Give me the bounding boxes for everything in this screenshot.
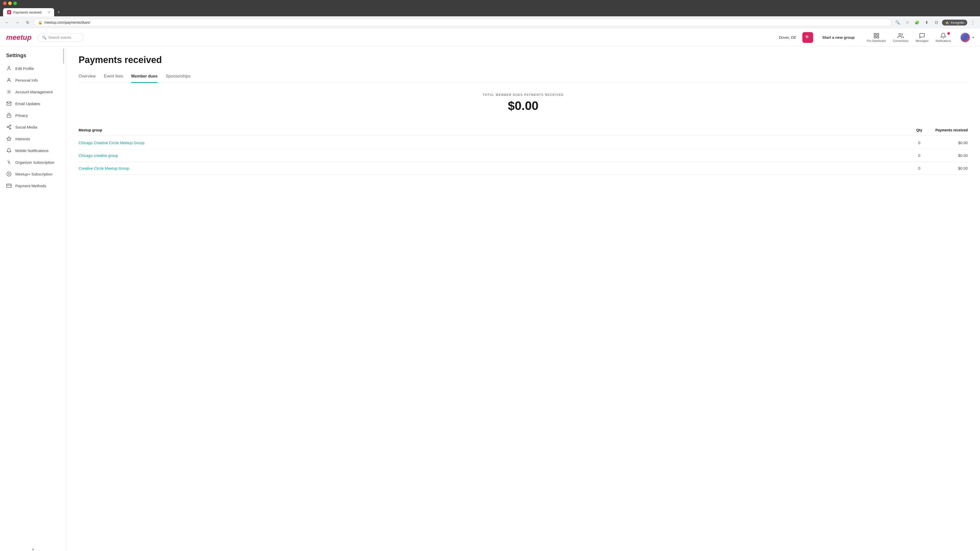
meetup-logo[interactable]: meetup — [6, 33, 32, 41]
start-group-button[interactable]: Start a new group — [819, 33, 858, 41]
avatar-image: 👤 — [961, 33, 970, 42]
qty-val-2: 0 — [909, 166, 929, 170]
payments-val-1: $0.00 — [929, 153, 968, 158]
interests-icon — [6, 136, 12, 141]
account-management-label: Account Management — [15, 90, 52, 94]
search-btn-icon: 🔍 — [805, 35, 810, 40]
svg-rect-19 — [6, 184, 11, 187]
mobile-notifications-label: Mobile Notifications — [15, 148, 48, 153]
sidebar-item-mobile-notifications[interactable]: Mobile Notifications — [0, 144, 66, 156]
table-header: Meetup group Qty Payments received — [79, 125, 968, 135]
sidebar-item-privacy[interactable]: Privacy — [0, 110, 66, 121]
payments-val-2: $0.00 — [929, 166, 968, 170]
edit-profile-label: Edit Profile — [15, 66, 34, 71]
site-header: meetup 🔍 Search events Dover, DE 🔍 Start… — [0, 29, 980, 46]
sidebar-item-edit-profile[interactable]: Edit Profile — [0, 62, 66, 74]
location-display[interactable]: Dover, DE — [779, 35, 796, 40]
payment-methods-icon — [6, 183, 12, 189]
social-media-icon — [6, 124, 12, 130]
tab-member-dues[interactable]: Member dues — [131, 71, 158, 83]
svg-point-15 — [8, 162, 10, 163]
address-url: meetup.com/payments/dues/ — [45, 21, 90, 24]
tabs-container: Overview Event fees Member dues Sponsors… — [79, 71, 968, 83]
bookmark-button[interactable]: ☆ — [903, 18, 912, 27]
pro-dashboard-icon — [873, 33, 880, 39]
group-link-0[interactable]: Chicago Creative Circle Meetup Group — [79, 141, 909, 145]
toolbar-right: 🔍 ☆ 🧩 ⬇ ⊡ 🕵️ Incognito ⋮ — [894, 18, 977, 27]
account-management-icon — [6, 89, 12, 95]
col-header-payments: Payments received — [929, 128, 968, 132]
sidebar-item-meetup-plus[interactable]: Meetup+ Subscription — [0, 168, 66, 180]
sidebar-item-organizer-subscription[interactable]: Organizer Subscription — [0, 156, 66, 168]
forward-button[interactable]: → — [13, 18, 21, 27]
tab-event-fees[interactable]: Event fees — [104, 71, 123, 83]
sidebar-item-email-updates[interactable]: Email Updates — [0, 98, 66, 110]
meetup-plus-icon — [6, 171, 12, 177]
address-bar[interactable]: 🔒 meetup.com/payments/dues/ — [34, 19, 891, 26]
privacy-icon — [6, 113, 12, 118]
main-content: Settings Edit Profile Persona — [0, 46, 980, 551]
tab-close-button[interactable]: × — [48, 11, 50, 14]
group-link-1[interactable]: Chicago creative group — [79, 153, 909, 158]
page-title: Payments received — [79, 55, 968, 65]
settings-sidebar: Settings Edit Profile Persona — [0, 46, 66, 551]
sidebar-item-personal-info[interactable]: Personal Info — [0, 74, 66, 86]
search-toolbar-button[interactable]: 🔍 — [894, 18, 902, 27]
payments-table: Meetup group Qty Payments received Chica… — [79, 125, 968, 175]
window-minimize-button[interactable] — [8, 2, 12, 5]
stats-label: TOTAL MEMBER DUES PAYMENTS RECEIVED — [79, 93, 968, 97]
search-button[interactable]: 🔍 — [802, 32, 813, 43]
qty-val-1: 0 — [909, 153, 929, 158]
reload-button[interactable]: ↻ — [24, 18, 32, 27]
download-button[interactable]: ⬇ — [923, 18, 931, 27]
svg-rect-1 — [877, 33, 879, 35]
notifications-label: Notifications — [935, 39, 951, 42]
group-link-2[interactable]: Creative Circle Meetup Group — [79, 166, 909, 170]
search-icon: 🔍 — [42, 35, 46, 40]
browser-menu-button[interactable]: ⋮ — [969, 18, 977, 27]
sidebar-item-account-management[interactable]: Account Management — [0, 86, 66, 98]
table-row: Creative Circle Meetup Group 0 $0.00 — [79, 162, 968, 175]
user-avatar[interactable]: 👤 — [960, 32, 970, 43]
notification-dot — [947, 32, 950, 35]
svg-point-10 — [7, 127, 8, 128]
browser-chrome: M Payments received × + ← → ↻ 🔒 meetup.c… — [0, 0, 980, 29]
tab-sponsorships[interactable]: Sponsorships — [165, 71, 190, 83]
split-view-button[interactable]: ⊡ — [932, 18, 940, 27]
nav-messages[interactable]: Messages — [913, 31, 932, 44]
edit-profile-icon — [6, 65, 12, 71]
page-main-content: Payments received Overview Event fees Me… — [66, 46, 980, 551]
svg-line-12 — [8, 127, 10, 128]
svg-point-6 — [8, 78, 10, 80]
sidebar-item-payment-methods[interactable]: Payment Methods — [0, 180, 66, 192]
messages-label: Messages — [916, 39, 928, 42]
tab-overview[interactable]: Overview — [79, 71, 96, 83]
nav-pro-dashboard[interactable]: Pro Dashboard — [864, 31, 889, 44]
new-tab-button[interactable]: + — [55, 9, 62, 16]
active-tab[interactable]: M Payments received × — [3, 8, 54, 16]
window-maximize-button[interactable] — [13, 2, 17, 5]
user-menu[interactable]: 👤 ▾ — [960, 32, 974, 43]
email-updates-icon — [6, 101, 12, 106]
svg-point-9 — [10, 125, 11, 126]
svg-point-5 — [8, 67, 10, 68]
stats-value: $0.00 — [79, 99, 968, 113]
svg-rect-2 — [874, 36, 876, 38]
privacy-label: Privacy — [15, 113, 28, 118]
search-box[interactable]: 🔍 Search events — [38, 33, 84, 42]
back-button[interactable]: ← — [3, 18, 11, 27]
nav-connections[interactable]: Connections — [890, 31, 912, 44]
social-media-label: Social Media — [15, 125, 37, 129]
avatar-dropdown-icon[interactable]: ▾ — [972, 36, 974, 39]
sidebar-item-interests[interactable]: Interests — [0, 133, 66, 144]
email-updates-label: Email Updates — [15, 102, 40, 106]
connections-label: Connections — [893, 39, 908, 42]
sidebar-item-social-media[interactable]: Social Media — [0, 121, 66, 133]
browser-toolbar: ← → ↻ 🔒 meetup.com/payments/dues/ 🔍 ☆ 🧩 … — [0, 16, 980, 29]
extensions-button[interactable]: 🧩 — [913, 18, 921, 27]
table-row: Chicago Creative Circle Meetup Group 0 $… — [79, 137, 968, 149]
window-close-button[interactable] — [3, 2, 6, 5]
nav-notifications[interactable]: Notifications — [932, 31, 954, 44]
col-header-qty: Qty — [909, 128, 929, 132]
payment-methods-label: Payment Methods — [15, 184, 46, 188]
